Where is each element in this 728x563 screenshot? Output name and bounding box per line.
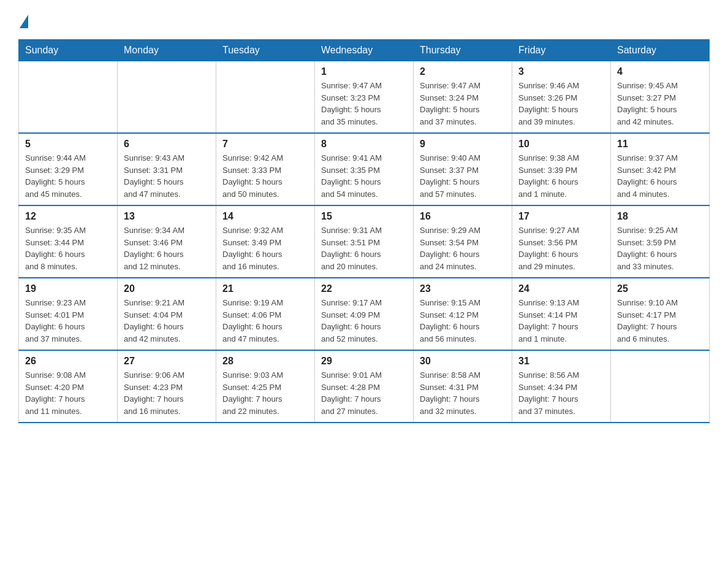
- day-number: 2: [420, 66, 506, 77]
- day-cell-22: 22Sunrise: 9:17 AM Sunset: 4:09 PM Dayli…: [315, 278, 414, 350]
- day-info: Sunrise: 9:42 AM Sunset: 3:33 PM Dayligh…: [222, 152, 308, 200]
- column-header-monday: Monday: [118, 40, 216, 61]
- day-cell-21: 21Sunrise: 9:19 AM Sunset: 4:06 PM Dayli…: [216, 278, 315, 350]
- day-number: 20: [124, 283, 210, 294]
- empty-cell: [19, 61, 118, 134]
- day-number: 13: [124, 211, 210, 222]
- day-info: Sunrise: 9:43 AM Sunset: 3:31 PM Dayligh…: [124, 152, 210, 200]
- day-info: Sunrise: 9:38 AM Sunset: 3:39 PM Dayligh…: [518, 152, 604, 200]
- day-cell-8: 8Sunrise: 9:41 AM Sunset: 3:35 PM Daylig…: [315, 133, 414, 205]
- day-cell-28: 28Sunrise: 9:03 AM Sunset: 4:25 PM Dayli…: [216, 350, 315, 423]
- day-info: Sunrise: 9:40 AM Sunset: 3:37 PM Dayligh…: [420, 152, 506, 200]
- day-cell-30: 30Sunrise: 8:58 AM Sunset: 4:31 PM Dayli…: [414, 350, 512, 423]
- empty-cell: [216, 61, 315, 134]
- day-cell-26: 26Sunrise: 9:08 AM Sunset: 4:20 PM Dayli…: [19, 350, 118, 423]
- calendar-header-row: SundayMondayTuesdayWednesdayThursdayFrid…: [19, 40, 710, 61]
- day-number: 19: [25, 283, 111, 294]
- day-cell-18: 18Sunrise: 9:25 AM Sunset: 3:59 PM Dayli…: [611, 205, 710, 278]
- week-row-4: 19Sunrise: 9:23 AM Sunset: 4:01 PM Dayli…: [19, 278, 710, 350]
- day-info: Sunrise: 9:45 AM Sunset: 3:27 PM Dayligh…: [617, 80, 703, 128]
- column-header-friday: Friday: [512, 40, 611, 61]
- day-number: 14: [222, 211, 308, 222]
- week-row-2: 5Sunrise: 9:44 AM Sunset: 3:29 PM Daylig…: [19, 133, 710, 205]
- day-number: 29: [321, 356, 407, 367]
- day-cell-27: 27Sunrise: 9:06 AM Sunset: 4:23 PM Dayli…: [118, 350, 216, 423]
- week-row-3: 12Sunrise: 9:35 AM Sunset: 3:44 PM Dayli…: [19, 205, 710, 278]
- day-number: 11: [617, 139, 703, 150]
- day-info: Sunrise: 9:31 AM Sunset: 3:51 PM Dayligh…: [321, 224, 407, 272]
- day-cell-20: 20Sunrise: 9:21 AM Sunset: 4:04 PM Dayli…: [118, 278, 216, 350]
- day-info: Sunrise: 9:37 AM Sunset: 3:42 PM Dayligh…: [617, 152, 703, 200]
- day-number: 12: [25, 211, 111, 222]
- day-cell-29: 29Sunrise: 9:01 AM Sunset: 4:28 PM Dayli…: [315, 350, 414, 423]
- day-cell-5: 5Sunrise: 9:44 AM Sunset: 3:29 PM Daylig…: [19, 133, 118, 205]
- day-info: Sunrise: 9:46 AM Sunset: 3:26 PM Dayligh…: [518, 80, 604, 128]
- day-number: 8: [321, 139, 407, 150]
- day-number: 25: [617, 283, 703, 294]
- column-header-wednesday: Wednesday: [315, 40, 414, 61]
- day-number: 22: [321, 283, 407, 294]
- day-number: 7: [222, 139, 308, 150]
- day-cell-15: 15Sunrise: 9:31 AM Sunset: 3:51 PM Dayli…: [315, 205, 414, 278]
- day-cell-25: 25Sunrise: 9:10 AM Sunset: 4:17 PM Dayli…: [611, 278, 710, 350]
- day-cell-2: 2Sunrise: 9:47 AM Sunset: 3:24 PM Daylig…: [414, 61, 512, 134]
- day-number: 5: [25, 139, 111, 150]
- day-info: Sunrise: 9:29 AM Sunset: 3:54 PM Dayligh…: [420, 224, 506, 272]
- day-number: 15: [321, 211, 407, 222]
- day-cell-1: 1Sunrise: 9:47 AM Sunset: 3:23 PM Daylig…: [315, 61, 414, 134]
- day-info: Sunrise: 9:35 AM Sunset: 3:44 PM Dayligh…: [25, 224, 111, 272]
- day-number: 24: [518, 283, 604, 294]
- day-number: 30: [420, 356, 506, 367]
- day-cell-4: 4Sunrise: 9:45 AM Sunset: 3:27 PM Daylig…: [611, 61, 710, 134]
- day-number: 6: [124, 139, 210, 150]
- day-number: 28: [222, 356, 308, 367]
- day-number: 1: [321, 66, 407, 77]
- day-info: Sunrise: 9:41 AM Sunset: 3:35 PM Dayligh…: [321, 152, 407, 200]
- day-info: Sunrise: 9:27 AM Sunset: 3:56 PM Dayligh…: [518, 224, 604, 272]
- day-cell-16: 16Sunrise: 9:29 AM Sunset: 3:54 PM Dayli…: [414, 205, 512, 278]
- day-number: 31: [518, 356, 604, 367]
- column-header-sunday: Sunday: [19, 40, 118, 61]
- day-number: 17: [518, 211, 604, 222]
- day-info: Sunrise: 8:56 AM Sunset: 4:34 PM Dayligh…: [518, 369, 604, 417]
- day-info: Sunrise: 9:23 AM Sunset: 4:01 PM Dayligh…: [25, 297, 111, 345]
- day-cell-24: 24Sunrise: 9:13 AM Sunset: 4:14 PM Dayli…: [512, 278, 611, 350]
- day-number: 10: [518, 139, 604, 150]
- week-row-5: 26Sunrise: 9:08 AM Sunset: 4:20 PM Dayli…: [19, 350, 710, 423]
- day-cell-19: 19Sunrise: 9:23 AM Sunset: 4:01 PM Dayli…: [19, 278, 118, 350]
- day-cell-10: 10Sunrise: 9:38 AM Sunset: 3:39 PM Dayli…: [512, 133, 611, 205]
- day-info: Sunrise: 9:21 AM Sunset: 4:04 PM Dayligh…: [124, 297, 210, 345]
- day-number: 26: [25, 356, 111, 367]
- day-info: Sunrise: 9:25 AM Sunset: 3:59 PM Dayligh…: [617, 224, 703, 272]
- day-info: Sunrise: 9:01 AM Sunset: 4:28 PM Dayligh…: [321, 369, 407, 417]
- day-info: Sunrise: 9:32 AM Sunset: 3:49 PM Dayligh…: [222, 224, 308, 272]
- day-info: Sunrise: 9:47 AM Sunset: 3:23 PM Dayligh…: [321, 80, 407, 128]
- logo-triangle-icon: [20, 15, 28, 28]
- day-info: Sunrise: 9:13 AM Sunset: 4:14 PM Dayligh…: [518, 297, 604, 345]
- day-number: 16: [420, 211, 506, 222]
- day-info: Sunrise: 9:10 AM Sunset: 4:17 PM Dayligh…: [617, 297, 703, 345]
- day-cell-13: 13Sunrise: 9:34 AM Sunset: 3:46 PM Dayli…: [118, 205, 216, 278]
- page-header: [18, 12, 710, 28]
- day-cell-23: 23Sunrise: 9:15 AM Sunset: 4:12 PM Dayli…: [414, 278, 512, 350]
- empty-cell: [118, 61, 216, 134]
- day-info: Sunrise: 9:19 AM Sunset: 4:06 PM Dayligh…: [222, 297, 308, 345]
- day-number: 9: [420, 139, 506, 150]
- column-header-thursday: Thursday: [414, 40, 512, 61]
- day-info: Sunrise: 9:15 AM Sunset: 4:12 PM Dayligh…: [420, 297, 506, 345]
- calendar-table: SundayMondayTuesdayWednesdayThursdayFrid…: [18, 39, 710, 423]
- day-cell-14: 14Sunrise: 9:32 AM Sunset: 3:49 PM Dayli…: [216, 205, 315, 278]
- day-cell-3: 3Sunrise: 9:46 AM Sunset: 3:26 PM Daylig…: [512, 61, 611, 134]
- day-number: 18: [617, 211, 703, 222]
- day-info: Sunrise: 9:47 AM Sunset: 3:24 PM Dayligh…: [420, 80, 506, 128]
- logo: [18, 12, 28, 28]
- day-number: 23: [420, 283, 506, 294]
- day-cell-6: 6Sunrise: 9:43 AM Sunset: 3:31 PM Daylig…: [118, 133, 216, 205]
- day-number: 3: [518, 66, 604, 77]
- day-number: 21: [222, 283, 308, 294]
- day-info: Sunrise: 9:17 AM Sunset: 4:09 PM Dayligh…: [321, 297, 407, 345]
- day-cell-11: 11Sunrise: 9:37 AM Sunset: 3:42 PM Dayli…: [611, 133, 710, 205]
- day-number: 27: [124, 356, 210, 367]
- day-cell-17: 17Sunrise: 9:27 AM Sunset: 3:56 PM Dayli…: [512, 205, 611, 278]
- day-cell-7: 7Sunrise: 9:42 AM Sunset: 3:33 PM Daylig…: [216, 133, 315, 205]
